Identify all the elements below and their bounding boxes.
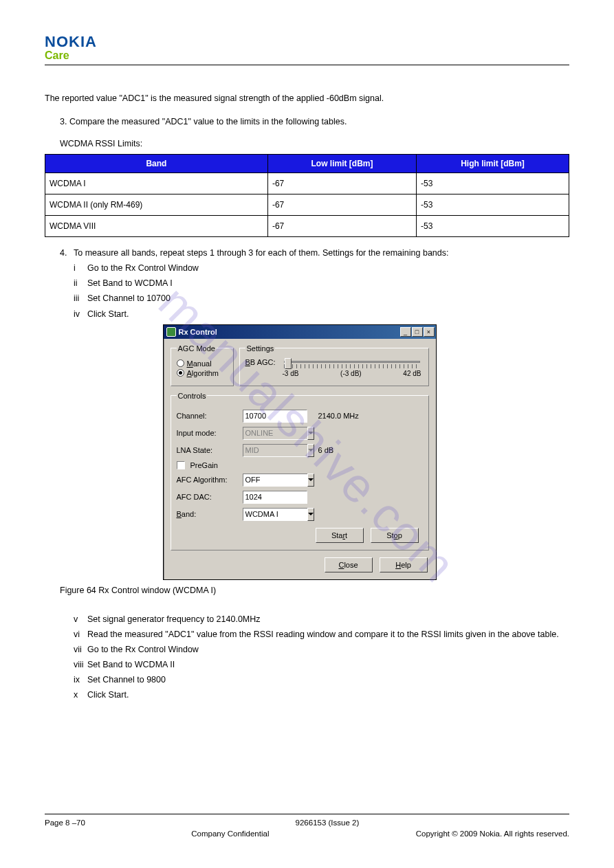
titlebar[interactable]: Rx Control _ □ × [164, 325, 436, 339]
lna-state-select [243, 444, 307, 457]
brand-sub: Care [45, 49, 569, 62]
chevron-down-icon [307, 444, 314, 457]
table-row: WCDMA II (only RM-469) -67 -53 [45, 194, 569, 216]
stop-button[interactable]: Stop [371, 528, 419, 543]
footer-left: Page 8 –70 [45, 819, 85, 827]
th-low: Low limit [dBm] [267, 155, 416, 173]
rx-control-screenshot: Rx Control _ □ × AGC Mode Manual [163, 324, 452, 580]
agc-mode-group: AGC Mode Manual Algorithm [171, 344, 234, 386]
afc-dac-label: AFC DAC: [177, 493, 237, 501]
page-footer: Page 8 –70 9266153 (Issue 2) Company Con… [45, 814, 569, 838]
start-button[interactable]: Start [316, 528, 364, 543]
th-band: Band [45, 155, 268, 173]
lna-state-label: LNA State: [177, 446, 237, 454]
afc-dac-input[interactable] [243, 491, 307, 504]
close-button[interactable]: Close [325, 557, 373, 572]
header-divider [45, 65, 569, 65]
limits-heading: WCDMA RSSI Limits: [60, 139, 569, 148]
pregain-checkbox[interactable] [177, 461, 185, 469]
maximize-button[interactable]: □ [412, 327, 423, 337]
controls-group: Controls Channel: 2140.0 MHz Input mode: [171, 392, 429, 550]
channel-input[interactable] [243, 410, 307, 423]
brand-name: NOKIA [45, 33, 569, 51]
afc-algorithm-select[interactable] [243, 474, 307, 487]
window-title: Rx Control [179, 328, 217, 336]
limits-table: Band Low limit [dBm] High limit [dBm] WC… [45, 154, 569, 237]
close-window-button[interactable]: × [424, 327, 435, 337]
help-button[interactable]: Help [380, 557, 428, 572]
band-label: Band: [177, 510, 237, 518]
footer-mid-top: 9266153 (Issue 2) [85, 819, 569, 827]
chevron-down-icon[interactable] [307, 508, 314, 521]
steps-block: 4.To measure all bands, repeat steps 1 t… [60, 247, 569, 320]
step-3: 3. Compare the measured "ADC1" value to … [60, 116, 569, 129]
band-select[interactable] [243, 508, 307, 521]
channel-freq: 2140.0 MHz [318, 412, 359, 420]
figure-caption: Figure 64 Rx Control window (WCDMA I) [60, 586, 569, 595]
agc-manual-radio[interactable]: Manual [177, 359, 228, 368]
channel-label: Channel: [177, 412, 237, 420]
app-icon [166, 327, 176, 337]
table-row: WCDMA I -67 -53 [45, 173, 569, 194]
agc-algorithm-radio[interactable]: Algorithm [177, 369, 228, 377]
pregain-label: PreGain [190, 461, 218, 469]
input-mode-label: Input mode: [177, 429, 237, 437]
minimize-button[interactable]: _ [400, 327, 411, 337]
lna-db: 6 dB [318, 446, 334, 454]
table-row: WCDMA VIII -67 -53 [45, 216, 569, 237]
input-mode-select [243, 427, 307, 440]
brand-block: NOKIA Care [45, 33, 569, 62]
footer-mid-bot: Company Confidential [45, 830, 416, 838]
bb-agc-slider[interactable]: -3 dB (-3 dB) 42 dB [281, 358, 423, 377]
intro-paragraph: The reported value "ADC1" is the measure… [45, 93, 569, 105]
afc-algorithm-label: AFC Algorithm: [177, 476, 237, 484]
footer-right-bot: Copyright © 2009 Nokia. All rights reser… [416, 830, 569, 838]
chevron-down-icon[interactable] [307, 474, 314, 487]
th-high: High limit [dBm] [417, 155, 569, 173]
post-steps-block: vSet signal generator frequency to 2140.… [60, 613, 569, 702]
chevron-down-icon [307, 427, 314, 440]
settings-group: Settings BB AGC: -3 dB (-3 dB) 42 dB [239, 344, 429, 386]
bb-agc-label: BB AGC: [245, 358, 276, 366]
